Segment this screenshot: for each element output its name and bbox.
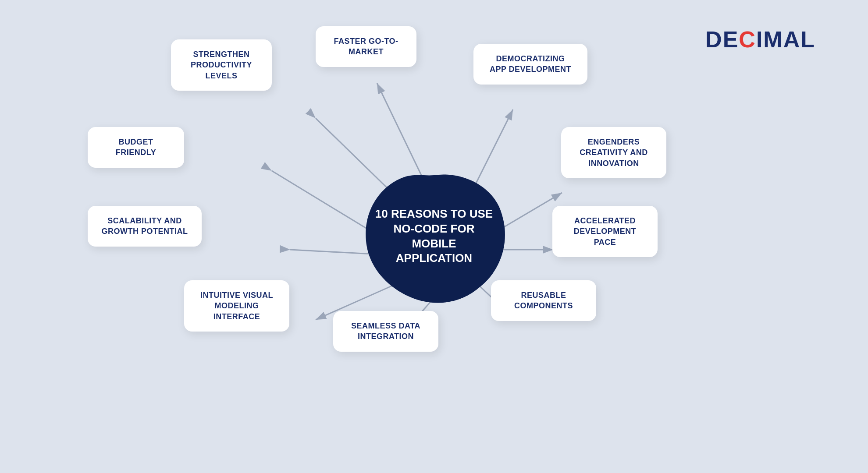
- card-strengthen: STRENGTHEN PRODUCTIVITY LEVELS: [171, 39, 272, 91]
- card-label-seamless: SEAMLESS DATA INTEGRATION: [351, 321, 420, 341]
- logo-e: E: [723, 26, 739, 53]
- card-seamless: SEAMLESS DATA INTEGRATION: [333, 311, 438, 352]
- logo-c: C: [739, 26, 756, 53]
- card-scalability: SCALABILITY AND GROWTH POTENTIAL: [88, 206, 202, 247]
- card-label-scalability: SCALABILITY AND GROWTH POTENTIAL: [102, 216, 188, 236]
- svg-line-10: [272, 171, 373, 232]
- card-label-accelerated: ACCELERATED DEVELOPMENT PACE: [574, 216, 637, 247]
- card-label-intuitive: INTUITIVE VISUAL MODELING INTERFACE: [200, 291, 273, 321]
- center-title: 10 REASONS TO USE NO-CODE FOR MOBILE APP…: [373, 207, 495, 266]
- card-budget: BUDGET FRIENDLY: [88, 127, 184, 168]
- card-engenders: ENGENDERS CREATIVITY AND INNOVATION: [561, 127, 666, 178]
- card-label-democratizing: DEMOCRATIZING APP DEVELOPMENT: [490, 54, 571, 74]
- card-label-strengthen: STRENGTHEN PRODUCTIVITY LEVELS: [191, 50, 252, 80]
- card-reusable: REUSABLE COMPONENTS: [491, 280, 596, 321]
- card-label-reusable: REUSABLE COMPONENTS: [514, 291, 573, 310]
- card-intuitive: INTUITIVE VISUAL MODELING INTERFACE: [184, 280, 289, 332]
- card-democratizing: DEMOCRATIZING APP DEVELOPMENT: [473, 44, 587, 85]
- card-faster: FASTER GO-TO- MARKET: [316, 26, 416, 67]
- card-label-engenders: ENGENDERS CREATIVITY AND INNOVATION: [580, 138, 648, 168]
- logo: D E C IMAL: [705, 26, 815, 53]
- logo-d: D: [705, 26, 723, 53]
- card-accelerated: ACCELERATED DEVELOPMENT PACE: [552, 206, 658, 257]
- card-label-budget: BUDGET FRIENDLY: [116, 138, 156, 157]
- card-label-faster: FASTER GO-TO- MARKET: [334, 37, 398, 56]
- logo-imal: IMAL: [756, 26, 815, 53]
